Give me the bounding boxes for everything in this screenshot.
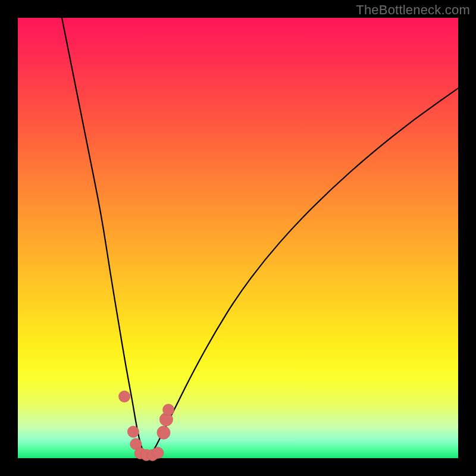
plot-area [18,18,458,458]
curve-markers [118,391,174,461]
chart-svg [18,18,458,458]
curve-marker [162,404,174,415]
bottleneck-curve [62,18,458,455]
curve-marker [152,447,164,459]
curve-marker [127,426,139,437]
watermark-text: TheBottleneck.com [356,2,470,18]
curve-marker [118,391,130,402]
curve-marker [157,426,170,439]
chart-frame: TheBottleneck.com [0,0,476,476]
